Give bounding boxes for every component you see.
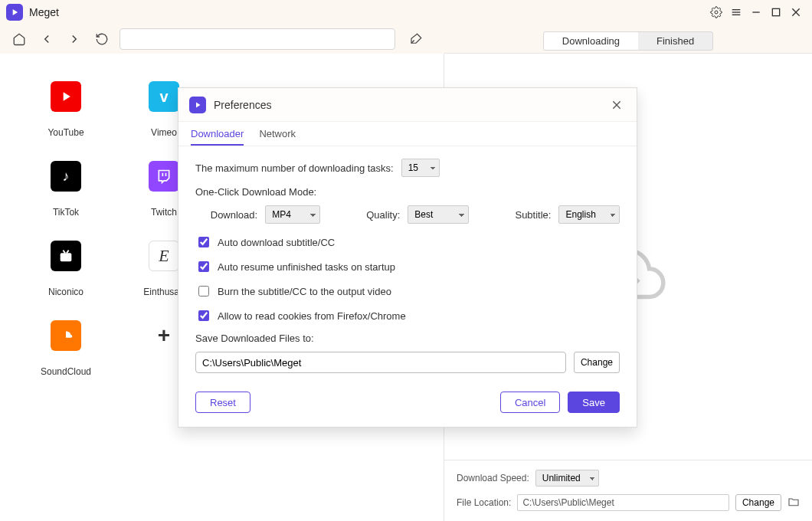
- folder-icon[interactable]: [787, 496, 800, 510]
- cancel-button[interactable]: Cancel: [500, 392, 560, 413]
- maximize-button[interactable]: [766, 2, 786, 22]
- chk-label: Auto resume unfinished tasks on startup: [218, 261, 395, 273]
- svg-rect-8: [61, 253, 72, 261]
- quality-select[interactable]: Best: [408, 205, 469, 224]
- site-label: TikTok: [53, 207, 79, 218]
- site-label: Niconico: [48, 287, 83, 297]
- home-icon[interactable]: [9, 29, 29, 49]
- max-tasks-select[interactable]: 15: [401, 159, 440, 177]
- tab-downloader[interactable]: Downloader: [191, 122, 244, 146]
- site-youtube[interactable]: YouTube: [17, 75, 115, 155]
- site-tiktok[interactable]: ♪ TikTok: [17, 155, 115, 234]
- chk-label: Auto download subtitle/CC: [218, 237, 335, 248]
- change-path-button[interactable]: Change: [574, 352, 620, 373]
- chk-label: Allow to read cookies from Firefox/Chrom…: [218, 310, 406, 322]
- close-button[interactable]: [786, 2, 806, 22]
- site-niconico[interactable]: Niconico: [17, 234, 115, 314]
- max-tasks-label: The maximum number of downloading tasks:: [195, 162, 394, 174]
- dialog-title: Preferences: [214, 99, 271, 111]
- location-input[interactable]: [517, 494, 729, 511]
- forward-icon[interactable]: [64, 29, 84, 49]
- dialog-logo: [189, 97, 206, 113]
- back-icon[interactable]: [37, 29, 57, 49]
- site-label: Vimeo: [151, 127, 177, 138]
- settings-icon[interactable]: [706, 2, 726, 22]
- change-location-button[interactable]: Change: [735, 494, 781, 511]
- preferences-dialog: Preferences Downloader Network The maxim…: [178, 87, 637, 428]
- reload-icon[interactable]: [92, 29, 112, 49]
- svg-point-0: [715, 11, 718, 14]
- reset-button[interactable]: Reset: [195, 392, 250, 413]
- tab-downloading[interactable]: Downloading: [544, 32, 638, 50]
- site-soundcloud[interactable]: SoundCloud: [17, 314, 115, 394]
- site-label: YouTube: [47, 127, 83, 138]
- titlebar: Meget: [0, 0, 812, 25]
- chk-auto-resume[interactable]: [198, 261, 209, 272]
- url-input[interactable]: [120, 28, 395, 50]
- close-icon[interactable]: [607, 96, 626, 114]
- mode-heading: One-Click Download Mode:: [195, 186, 620, 198]
- download-format-label: Download:: [211, 209, 257, 221]
- location-label: File Location:: [457, 497, 511, 508]
- save-to-label: Save Downloaded Files to:: [195, 333, 620, 344]
- app-logo: [6, 4, 23, 21]
- save-path-input[interactable]: [195, 352, 566, 373]
- download-tabs: Downloading Finished: [543, 31, 713, 51]
- chk-label: Burn the subtitle/CC to the output video: [218, 286, 391, 297]
- subtitle-select[interactable]: English: [558, 205, 620, 224]
- site-label: Twitch: [151, 207, 177, 218]
- menu-icon[interactable]: [726, 2, 746, 22]
- quality-label: Quality:: [366, 209, 400, 221]
- speed-label: Download Speed:: [457, 473, 529, 483]
- svg-rect-5: [772, 8, 779, 15]
- minimize-button[interactable]: [746, 2, 766, 22]
- clear-icon[interactable]: [406, 29, 426, 49]
- speed-select[interactable]: Unlimited: [535, 470, 599, 487]
- app-title: Meget: [29, 6, 59, 18]
- chk-burn-subtitle[interactable]: [198, 286, 209, 297]
- tab-finished[interactable]: Finished: [638, 32, 712, 50]
- bottom-info: Download Speed: Unlimited File Location:…: [444, 460, 812, 521]
- download-format-select[interactable]: MP4: [265, 205, 319, 224]
- chk-auto-subtitle[interactable]: [198, 237, 209, 247]
- chk-read-cookies[interactable]: [198, 310, 209, 321]
- tab-network[interactable]: Network: [259, 122, 296, 146]
- subtitle-label: Subtitle:: [515, 209, 551, 221]
- save-button[interactable]: Save: [568, 392, 620, 413]
- site-label: SoundCloud: [41, 366, 91, 377]
